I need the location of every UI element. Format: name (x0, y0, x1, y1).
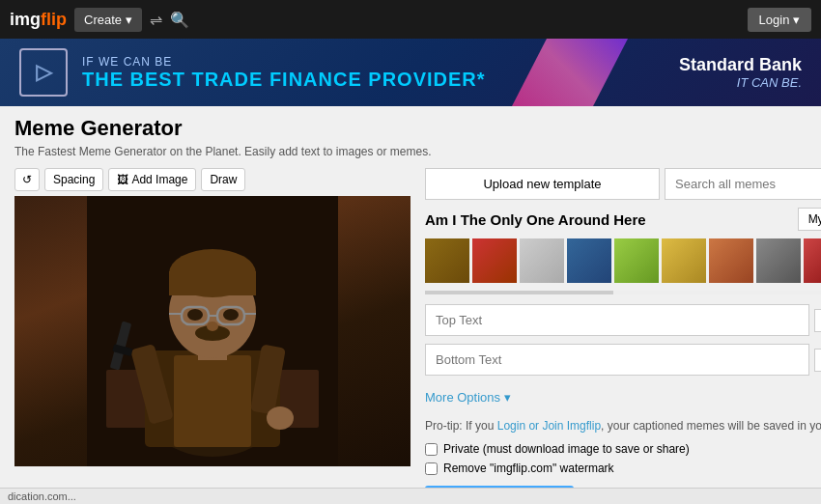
thumbnail-strip (425, 238, 821, 283)
svg-rect-4 (174, 355, 251, 447)
thumb-img-7 (756, 238, 801, 283)
logo: imgflip (10, 10, 67, 30)
thumbnail-item[interactable] (662, 238, 706, 283)
draw-label: Draw (210, 173, 237, 186)
bottom-text-color-white[interactable] (814, 349, 821, 372)
banner-if-text: IF WE CAN BE (82, 55, 486, 69)
create-button[interactable]: Create ▾ (74, 8, 142, 32)
bank-name: Standard Bank (679, 55, 802, 75)
header-left: imgflip Create ▾ ⇌ 🔍 (10, 8, 189, 32)
login-button[interactable]: Login ▾ (748, 8, 811, 32)
meme-image-inner (14, 196, 410, 466)
advertisement-banner: ▷ IF WE CAN BE THE BEST TRADE FINANCE PR… (0, 39, 821, 106)
bank-info: Standard Bank IT CAN BE. (679, 55, 802, 90)
private-label: Private (must download image to save or … (443, 442, 690, 456)
login-label: Login (759, 13, 790, 27)
svg-point-17 (207, 322, 218, 331)
watermark-checkbox-row: Remove "imgflip.com" watermark (425, 462, 821, 475)
page-title: Meme Generator (14, 116, 807, 141)
bottom-text-input[interactable] (425, 344, 809, 376)
scroll-bar (425, 291, 613, 294)
thumbnail-item[interactable] (472, 238, 517, 283)
thumb-img-5 (662, 238, 706, 283)
search-icon[interactable]: 🔍 (170, 11, 189, 29)
scroll-indicator (425, 291, 821, 294)
thumb-img-6 (709, 238, 753, 283)
upload-template-button[interactable]: Upload new template (425, 168, 660, 200)
right-panel: Upload new template Am I The Only One Ar… (425, 168, 821, 504)
thumbnail-item[interactable] (804, 238, 821, 283)
draw-button[interactable]: Draw (201, 168, 245, 191)
pro-tip: Pro-tip: If you Login or Join Imgflip, y… (425, 419, 821, 433)
banner-main-text: THE BEST TRADE FINANCE PROVIDER* (82, 69, 486, 91)
reset-icon: ↺ (22, 173, 32, 186)
login-link[interactable]: Login or Join Imgflip (497, 419, 601, 433)
chevron-down-icon: ▾ (126, 13, 132, 27)
bottom-text-row: ⚙ (425, 344, 821, 376)
status-bar: dication.com... (0, 488, 821, 504)
banner-text: IF WE CAN BE THE BEST TRADE FINANCE PROV… (82, 55, 486, 91)
thumbnail-item[interactable] (614, 238, 659, 283)
svg-point-22 (267, 406, 294, 430)
header: imgflip Create ▾ ⇌ 🔍 Login ▾ (0, 0, 821, 39)
toolbar: ↺ Spacing 🖼 Add Image Draw (14, 168, 410, 191)
thumbnail-item[interactable] (756, 238, 801, 283)
svg-point-14 (187, 309, 203, 321)
bank-tagline: IT CAN BE. (679, 75, 802, 90)
spacing-label: Spacing (53, 173, 95, 186)
thumb-img-2 (520, 238, 564, 283)
upload-search-row: Upload new template (425, 168, 821, 200)
more-options-row: More Options ▾ Add Text (425, 383, 821, 411)
upload-label: Upload new template (483, 177, 601, 191)
watermark-checkbox[interactable] (425, 462, 438, 475)
add-image-button[interactable]: 🖼 Add Image (108, 168, 196, 191)
create-label: Create (84, 13, 122, 27)
private-checkbox[interactable] (425, 443, 438, 456)
private-checkbox-row: Private (must download image to save or … (425, 442, 821, 456)
search-input[interactable] (665, 168, 821, 200)
more-options-link[interactable]: More Options ▾ (425, 390, 511, 405)
meme-title-row: Am I The Only One Around Here My Popular (425, 208, 821, 231)
text-color-white[interactable] (814, 309, 821, 332)
meme-preview (14, 196, 410, 466)
left-panel: ↺ Spacing 🖼 Add Image Draw (14, 168, 410, 504)
banner-left: ▷ IF WE CAN BE THE BEST TRADE FINANCE PR… (19, 48, 486, 97)
thumbnail-item[interactable] (520, 238, 564, 283)
svg-rect-8 (169, 271, 256, 295)
meme-figure (87, 196, 338, 466)
reset-icon-button[interactable]: ↺ (14, 168, 40, 191)
page-subtitle: The Fastest Meme Generator on the Planet… (14, 145, 807, 158)
add-image-label: Add Image (131, 173, 187, 186)
shuffle-icon[interactable]: ⇌ (150, 11, 162, 29)
add-image-icon: 🖼 (117, 173, 128, 186)
svg-point-15 (223, 309, 239, 321)
watermark-label: Remove "imgflip.com" watermark (443, 462, 614, 475)
banner-decoration (512, 39, 628, 106)
thumbnail-item[interactable] (425, 238, 469, 283)
thumb-img-0 (425, 238, 469, 283)
bank-logo: ▷ (19, 48, 68, 97)
thumb-img-8 (804, 238, 821, 283)
top-text-input[interactable] (425, 304, 809, 336)
tab-group: My Popular (798, 208, 821, 231)
tab-my[interactable]: My (798, 208, 821, 231)
spacing-button[interactable]: Spacing (44, 168, 103, 191)
status-text: dication.com... (8, 490, 76, 502)
thumb-img-3 (567, 238, 611, 283)
top-text-row: ⚙ (425, 304, 821, 336)
thumb-img-1 (472, 238, 517, 283)
thumbnail-item[interactable] (567, 238, 611, 283)
chevron-down-icon: ▾ (793, 13, 800, 27)
thumbnail-item[interactable] (709, 238, 753, 283)
thumb-img-4 (614, 238, 659, 283)
meme-title: Am I The Only One Around Here (425, 211, 646, 228)
